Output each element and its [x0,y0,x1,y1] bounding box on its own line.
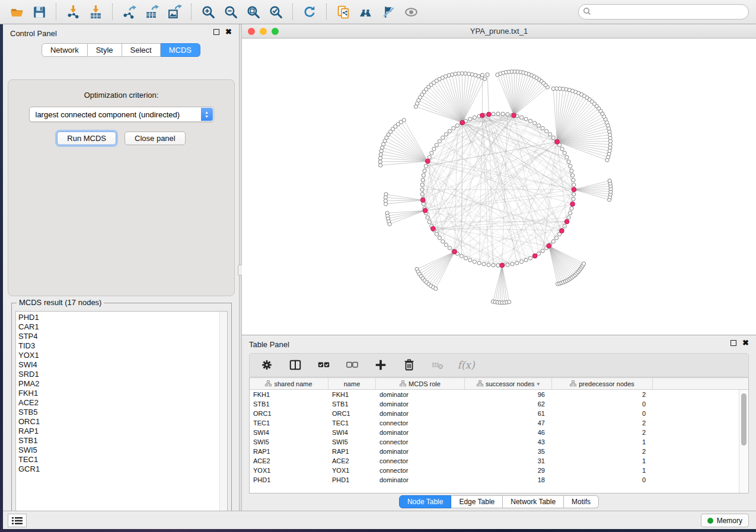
dominator-node[interactable] [425,159,430,164]
result-item[interactable]: ACE2 [18,398,227,408]
column-header-MCDS-role[interactable]: MCDS role [376,378,465,389]
add-column-button[interactable] [373,357,388,373]
result-item[interactable]: GCR1 [18,464,227,474]
column-header-predecessor-nodes[interactable]: predecessor nodes [552,378,653,389]
share-document-button[interactable] [333,2,354,22]
result-item[interactable]: SRD1 [18,370,227,379]
dominator-node[interactable] [555,140,560,145]
dominator-node[interactable] [487,112,492,117]
table-row[interactable]: ACE2ACE2connector311 [250,456,739,466]
optimization-criterion-select[interactable]: largest connected component (undirected)… [29,107,214,122]
table-row[interactable]: STB1STB1dominator620 [250,399,739,409]
result-item[interactable]: STB5 [18,408,227,417]
result-item[interactable]: RAP1 [18,427,227,436]
zoom-out-button[interactable] [220,2,241,22]
dominator-node[interactable] [572,187,576,192]
delete-column-button[interactable] [401,357,417,373]
export-network-button[interactable] [119,2,140,22]
export-table-button[interactable] [141,2,162,22]
hide-graphics-details-button[interactable] [378,2,399,22]
split-view-button[interactable] [288,357,303,373]
result-item[interactable]: YOX1 [18,351,227,360]
zoom-window-icon[interactable] [272,28,279,35]
dominator-node[interactable] [420,198,425,203]
network-window-titlebar[interactable]: YPA_prune.txt_1 [242,24,756,39]
zoom-in-button[interactable] [197,2,219,22]
dominator-node[interactable] [532,254,537,258]
table-row[interactable]: SWI4SWI4dominator462 [250,428,739,437]
table-row[interactable]: RAP1RAP1dominator352 [250,447,739,456]
tab-network[interactable]: Network [42,43,88,57]
memory-button[interactable]: Memory [701,514,749,527]
close-window-icon[interactable] [248,28,255,35]
open-button[interactable] [6,2,27,22]
result-scrollbar[interactable] [219,312,227,517]
result-item[interactable]: STB1 [18,436,227,446]
show-graphics-details-button[interactable] [400,2,422,22]
search-objects-button[interactable] [355,2,377,22]
export-image-button[interactable] [164,2,185,22]
dominator-node[interactable] [460,120,465,125]
table-scrollbar[interactable] [739,390,748,493]
settings-button[interactable] [259,357,275,373]
result-item[interactable]: FKH1 [18,389,227,398]
save-button[interactable] [28,2,50,22]
refresh-button[interactable] [299,2,320,22]
result-item[interactable]: ORC1 [18,417,227,427]
minimize-window-icon[interactable] [260,28,267,35]
dominator-node[interactable] [564,219,569,224]
run-mcds-button[interactable]: Run MCDS [57,132,116,145]
table-scrollbar-thumb[interactable] [741,393,747,446]
network-canvas[interactable] [242,39,756,335]
dominator-node[interactable] [480,113,485,118]
result-item[interactable]: SWI5 [18,446,227,455]
column-header-name[interactable]: name [328,378,376,389]
result-item[interactable]: CAR1 [18,322,227,332]
table-row[interactable]: PHD1PHD1dominator180 [250,475,739,485]
zoom-fit-button[interactable] [243,2,264,22]
column-header-shared-name[interactable]: shared name [250,378,328,389]
tab-mcds[interactable]: MCDS [161,43,200,57]
table-row[interactable]: ORC1ORC1dominator610 [250,409,739,418]
dominator-node[interactable] [423,208,428,213]
close-panel-icon[interactable]: ✖ [225,29,232,35]
dominator-node[interactable] [559,229,564,233]
table-row[interactable]: FKH1FKH1dominator962 [250,390,739,399]
result-item[interactable]: TEC1 [18,455,227,464]
tab-style[interactable]: Style [88,43,122,57]
tab-network-table[interactable]: Network Table [503,495,564,508]
deselect-all-button[interactable] [344,357,360,373]
float-panel-icon[interactable] [213,29,219,35]
close-table-panel-icon[interactable]: ✖ [742,340,749,346]
tab-motifs[interactable]: Motifs [564,495,599,508]
cell-shared_name: TEC1 [250,419,328,427]
import-network-button[interactable] [62,2,84,22]
close-panel-button[interactable]: Close panel [125,132,186,145]
dominator-node[interactable] [430,226,435,231]
tab-select[interactable]: Select [122,43,161,57]
table-row[interactable]: YOX1YOX1connector291 [250,466,739,475]
cell-successor_nodes: 61 [465,410,552,417]
dominator-node[interactable] [500,263,505,268]
tab-node-table[interactable]: Node Table [399,495,452,508]
dominator-node[interactable] [512,113,516,118]
import-table-button[interactable] [85,2,106,22]
table-row[interactable]: TEC1TEC1connector472 [250,418,739,428]
dominator-node[interactable] [452,249,457,254]
result-item[interactable]: STP4 [18,332,227,341]
result-item[interactable]: SWI4 [18,360,227,370]
dominator-node[interactable] [570,202,575,207]
result-item[interactable]: PHD1 [18,313,227,322]
select-all-button[interactable] [316,357,331,373]
table-row[interactable]: SWI5SWI5connector431 [250,437,739,447]
task-history-button[interactable] [8,514,27,527]
result-item[interactable]: TID3 [18,341,227,351]
search-input[interactable] [578,4,749,20]
zoom-selected-button[interactable] [265,2,286,22]
float-table-panel-icon[interactable] [731,340,736,346]
dominator-node[interactable] [547,243,551,248]
mcds-result-list[interactable]: PHD1CAR1STP4TID3YOX1SWI4SRD1PMA2FKH1ACE2… [15,311,228,517]
tab-edge-table[interactable]: Edge Table [451,495,503,508]
result-item[interactable]: PMA2 [18,379,227,389]
column-header-successor-nodes[interactable]: successor nodes▾ [465,378,552,389]
